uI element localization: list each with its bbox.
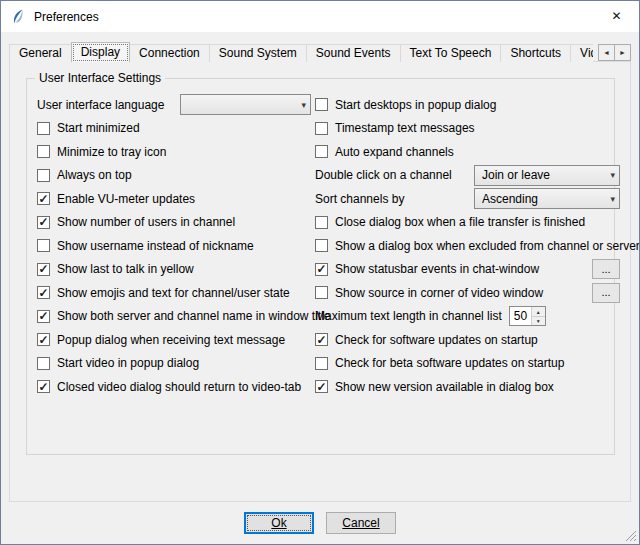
tab-general[interactable]: General	[9, 44, 72, 62]
sort-channels-row: Sort channels by Ascending ▾	[315, 187, 620, 211]
checkbox-row: Start minimized	[37, 117, 311, 141]
checkbox-label[interactable]: Show username instead of nickname	[57, 239, 254, 253]
resize-grip[interactable]	[625, 530, 637, 542]
checkbox-popup-on-text-message[interactable]: ✓	[37, 333, 50, 346]
sort-channels-label: Sort channels by	[315, 192, 404, 206]
checkbox-label[interactable]: Show source in corner of video window	[335, 286, 543, 300]
checkbox-label[interactable]: Start video in popup dialog	[57, 356, 199, 370]
checkbox-row: Start video in popup dialog	[37, 352, 311, 376]
checkbox-server-channel-in-title[interactable]: ✓	[37, 310, 50, 323]
ok-button[interactable]: Ok	[244, 512, 314, 534]
checkbox-row: ✓ Check for software updates on startup	[315, 328, 620, 352]
checkbox-minimize-to-tray[interactable]	[37, 145, 50, 158]
checkbox-label[interactable]: Popup dialog when receiving text message	[57, 333, 285, 347]
spin-up-icon[interactable]: ▲	[532, 307, 545, 317]
checkbox-label[interactable]: Show both server and channel name in win…	[57, 309, 331, 323]
checkbox-statusbar-events[interactable]: ✓	[315, 263, 328, 276]
checkbox-dialog-when-excluded[interactable]	[315, 239, 328, 252]
checkbox-desktops-popup-dialog[interactable]	[315, 98, 328, 111]
checkbox-emojis-text-state[interactable]: ✓	[37, 286, 50, 299]
checkbox-new-version-dialog[interactable]: ✓	[315, 380, 328, 393]
ok-button-label: Ok	[271, 516, 286, 530]
double-click-row: Double click on a channel Join or leave …	[315, 164, 620, 188]
checkbox-row: ✓ Popup dialog when receiving text messa…	[37, 328, 311, 352]
tab-display[interactable]: Display	[71, 42, 130, 62]
checkbox-row: ✓ Show emojis and text for channel/user …	[37, 281, 311, 305]
checkbox-label[interactable]: Always on top	[57, 168, 132, 182]
language-row: User interface language ▾	[37, 93, 311, 117]
checkbox-label[interactable]: Show emojis and text for channel/user st…	[57, 286, 290, 300]
tab-sound-events[interactable]: Sound Events	[306, 44, 401, 62]
checkbox-timestamp-messages[interactable]	[315, 122, 328, 135]
spinner-value[interactable]: 50	[510, 307, 531, 325]
left-column: User interface language ▾ Start minimize…	[37, 93, 311, 399]
close-icon[interactable]: ✕	[594, 1, 639, 31]
double-click-select[interactable]: Join or leave ▾	[474, 165, 620, 186]
checkbox-last-to-talk-yellow[interactable]: ✓	[37, 263, 50, 276]
tab-strip: General Display Connection Sound System …	[9, 41, 593, 62]
checkbox-label[interactable]: Show statusbar events in chat-window	[335, 262, 539, 276]
checkbox-row: ✓ Show last to talk in yellow	[37, 258, 311, 282]
checkbox-label[interactable]: Show a dialog box when excluded from cha…	[335, 239, 640, 253]
spinner-buttons: ▲ ▼	[531, 307, 545, 325]
statusbar-events-options-button[interactable]: ...	[592, 259, 620, 279]
app-logo-icon	[10, 9, 26, 25]
checkbox-row: Show username instead of nickname	[37, 234, 311, 258]
checkbox-label[interactable]: Start desktops in popup dialog	[335, 98, 496, 112]
cancel-button[interactable]: Cancel	[326, 512, 396, 534]
tab-video[interactable]: Video	[570, 44, 593, 62]
checkbox-label[interactable]: Timestamp text messages	[335, 121, 475, 135]
dialog-footer: Ok Cancel	[1, 512, 639, 534]
checkbox-auto-expand-channels[interactable]	[315, 145, 328, 158]
video-source-options-button[interactable]: ...	[592, 283, 620, 303]
checkbox-label[interactable]: Start minimized	[57, 121, 140, 135]
combo-value: Ascending	[482, 192, 606, 206]
checkbox-label[interactable]: Closed video dialog should return to vid…	[57, 380, 301, 394]
max-text-length-spinner[interactable]: 50 ▲ ▼	[509, 306, 546, 326]
checkbox-row: Check for beta software updates on start…	[315, 352, 620, 376]
checkbox-row: ✓ Show new version available in dialog b…	[315, 375, 620, 399]
checkbox-show-user-count[interactable]: ✓	[37, 216, 50, 229]
tab-sound-system[interactable]: Sound System	[209, 44, 307, 62]
video-source-row: Show source in corner of video window ..…	[315, 281, 620, 305]
checkbox-close-on-transfer-finished[interactable]	[315, 216, 328, 229]
right-column: Start desktops in popup dialog Timestamp…	[315, 93, 620, 399]
checkbox-row: ✓ Closed video dialog should return to v…	[37, 375, 311, 399]
checkbox-check-updates[interactable]: ✓	[315, 333, 328, 346]
checkbox-label[interactable]: Enable VU-meter updates	[57, 192, 195, 206]
checkbox-always-on-top[interactable]	[37, 169, 50, 182]
checkbox-video-popup-dialog[interactable]	[37, 357, 50, 370]
chevron-down-icon: ▾	[301, 100, 306, 110]
title-bar[interactable]: Preferences ✕	[1, 1, 639, 32]
checkbox-closed-video-return-tab[interactable]: ✓	[37, 380, 50, 393]
checkbox-label[interactable]: Minimize to tray icon	[57, 145, 166, 159]
tab-text-to-speech[interactable]: Text To Speech	[400, 44, 502, 62]
checkbox-label[interactable]: Show new version available in dialog box	[335, 380, 554, 394]
checkbox-check-beta-updates[interactable]	[315, 357, 328, 370]
checkbox-row: Close dialog box when a file transfer is…	[315, 211, 620, 235]
group-title: User Interface Settings	[35, 71, 165, 85]
tab-scroll-right-icon[interactable]: ►	[614, 44, 631, 61]
checkbox-video-source-corner[interactable]	[315, 286, 328, 299]
checkbox-vu-meter-updates[interactable]: ✓	[37, 192, 50, 205]
checkbox-label[interactable]: Show last to talk in yellow	[57, 262, 194, 276]
checkbox-label[interactable]: Check for software updates on startup	[335, 333, 538, 347]
sort-channels-select[interactable]: Ascending ▾	[474, 188, 620, 209]
checkbox-label[interactable]: Close dialog box when a file transfer is…	[335, 215, 585, 229]
checkbox-label[interactable]: Auto expand channels	[335, 145, 454, 159]
checkbox-row: Timestamp text messages	[315, 117, 620, 141]
language-select[interactable]: ▾	[180, 94, 311, 115]
checkbox-label[interactable]: Show number of users in channel	[57, 215, 235, 229]
tab-connection[interactable]: Connection	[129, 44, 210, 62]
checkbox-label[interactable]: Check for beta software updates on start…	[335, 356, 564, 370]
max-text-length-row: Maximum text length in channel list 50 ▲…	[315, 305, 620, 329]
checkbox-row: ✓ Enable VU-meter updates	[37, 187, 311, 211]
statusbar-events-row: ✓ Show statusbar events in chat-window .…	[315, 258, 620, 282]
checkbox-start-minimized[interactable]	[37, 122, 50, 135]
spin-down-icon[interactable]: ▼	[532, 317, 545, 326]
tab-shortcuts[interactable]: Shortcuts	[500, 44, 571, 62]
checkbox-row: Show a dialog box when excluded from cha…	[315, 234, 620, 258]
cancel-button-label: Cancel	[342, 516, 379, 530]
tab-scroll-left-icon[interactable]: ◄	[598, 44, 615, 61]
checkbox-username-instead-nickname[interactable]	[37, 239, 50, 252]
